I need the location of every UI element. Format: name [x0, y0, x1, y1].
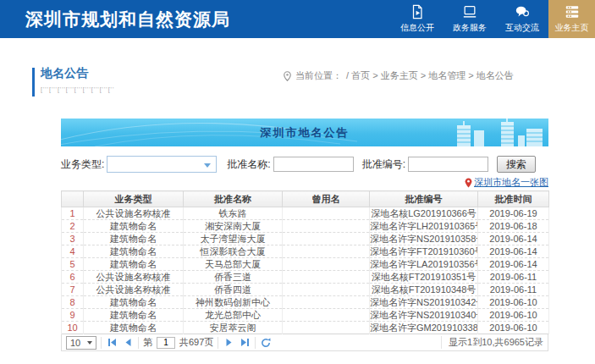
chevron-down-icon: [204, 163, 211, 168]
col-header-index: [62, 191, 84, 207]
row-index: 3: [62, 233, 84, 245]
col-header-name[interactable]: 批准名称: [184, 191, 283, 207]
approved-name-label: 批准名称:: [227, 157, 270, 172]
cell-date: 2019-06-11: [478, 271, 549, 284]
row-index: 8: [62, 296, 84, 309]
last-page-icon: [240, 338, 250, 347]
refresh-button[interactable]: [260, 336, 272, 350]
search-button[interactable]: 搜索: [497, 156, 536, 173]
cell-former: [283, 284, 370, 296]
site-title: 深圳市规划和自然资源局: [25, 8, 230, 31]
prev-page-button[interactable]: [122, 336, 134, 350]
row-index: 9: [62, 309, 84, 322]
page-prefix-label: 第: [143, 336, 152, 349]
cell-name: 侨香三道: [184, 271, 283, 284]
cell-date: 2019-06-18: [478, 220, 549, 233]
nav-label: 互动交流: [505, 22, 539, 34]
cell-code: 深地名许字LH201910365号: [370, 220, 478, 233]
cell-code: 深地名许字NS201910358号: [370, 233, 478, 245]
cell-former: [283, 220, 370, 233]
page-size-value: 10: [70, 338, 80, 348]
cell-type: 建筑物命名: [84, 322, 184, 334]
col-header-former[interactable]: 曾用名: [283, 191, 370, 207]
record-count-status: 显示1到10,共6965记录: [441, 336, 543, 349]
approval-number-label: 批准编号:: [362, 157, 405, 172]
cell-name: 龙光总部中心: [184, 309, 283, 322]
last-page-button[interactable]: [239, 336, 251, 350]
nav-item-business-home[interactable]: 业务主页: [548, 0, 595, 38]
table-row[interactable]: 7公共设施名称核准侨香四道深地名核FT201910348号2019-06-11: [62, 284, 549, 296]
cell-name: 神州数码创新中心: [184, 296, 283, 309]
col-header-code[interactable]: 批准编号: [370, 191, 478, 207]
nav-label: 信息公开: [400, 22, 434, 34]
table-body: 1公共设施名称核准铁东路深地名核LG201910366号2019-06-192建…: [62, 207, 549, 334]
business-type-select[interactable]: [107, 156, 217, 173]
header-nav: 信息公开 政务服务 互动交流: [391, 0, 548, 38]
prev-page-icon: [124, 338, 133, 347]
breadcrumb-prefix: 当前位置：: [295, 69, 342, 82]
map-pin-icon: [465, 178, 472, 188]
cell-former: [283, 309, 370, 322]
first-page-button[interactable]: [106, 336, 118, 350]
page-size-select[interactable]: 10: [66, 336, 96, 350]
placename-map-link[interactable]: 深圳市地名一张图: [465, 176, 548, 189]
cell-type: 建筑物命名: [84, 220, 184, 233]
section-head: 地名公告 ['''['''['''['''['''['''['''['''['': [32, 66, 114, 92]
col-header-date[interactable]: 批准时间: [478, 191, 549, 207]
table-row[interactable]: 3建筑物命名太子湾望海大厦深地名许字NS201910358号2019-06-14: [62, 233, 549, 245]
business-type-label: 业务类型:: [61, 157, 104, 172]
table-row[interactable]: 4建筑物命名恒深影联合大厦深地名许字FT201910360号2019-06-14: [62, 245, 549, 258]
chat-icon: [514, 4, 531, 19]
cell-code: 深地名核LG201910366号: [370, 207, 478, 220]
table-row[interactable]: 2建筑物命名湘安深南大厦深地名许字LH201910365号2019-06-18: [62, 220, 549, 233]
cell-name: 侨香四道: [184, 284, 283, 296]
chevron-down-icon: [87, 341, 92, 345]
table-row[interactable]: 9建筑物命名龙光总部中心深地名许字NS201910340号2019-06-10: [62, 309, 549, 322]
breadcrumb-path[interactable]: / 首页 > 业务主页 > 地名管理 > 地名公告: [346, 69, 514, 82]
cell-code: 深地名许字FT201910360号: [370, 245, 478, 258]
row-index: 10: [62, 322, 84, 334]
pager-divider: [218, 337, 218, 349]
cell-code: 深地名许字NS201910342号: [370, 296, 478, 309]
row-index: 7: [62, 284, 84, 296]
cell-date: 2019-06-11: [478, 284, 549, 296]
page-number-input[interactable]: [157, 337, 175, 349]
cell-type: 建筑物命名: [84, 245, 184, 258]
cell-code: 深地名许字GM201910338号: [370, 322, 478, 334]
row-index: 6: [62, 271, 84, 284]
header-bar: 深圳市规划和自然资源局 信息公开 政务服务: [0, 0, 595, 38]
monitor-icon: [461, 4, 478, 19]
cell-name: 天马总部大厦: [184, 258, 283, 271]
breadcrumb: 当前位置： / 首页 > 业务主页 > 地名管理 > 地名公告: [284, 69, 514, 82]
row-index: 5: [62, 258, 84, 271]
approval-number-input[interactable]: [408, 157, 488, 172]
cell-date: 2019-06-14: [478, 233, 549, 245]
cell-date: 2019-06-10: [478, 322, 549, 334]
table-row[interactable]: 10建筑物命名安居萃云阁深地名许字GM201910338号2019-06-10: [62, 322, 549, 334]
cell-date: 2019-06-10: [478, 309, 549, 322]
table-row[interactable]: 1公共设施名称核准铁东路深地名核LG201910366号2019-06-19: [62, 207, 549, 220]
table-header-row: 业务类型 批准名称 曾用名 批准编号 批准时间: [62, 191, 549, 207]
row-index: 1: [62, 207, 84, 220]
nav-item-gov-services[interactable]: 政务服务: [443, 0, 496, 38]
pager-divider: [255, 337, 256, 349]
total-pages-label: 共697页: [179, 336, 213, 349]
table-row[interactable]: 8建筑物命名神州数码创新中心深地名许字NS201910342号2019-06-1…: [62, 296, 549, 309]
page: 深圳市规划和自然资源局 信息公开 政务服务: [0, 0, 595, 364]
table-row[interactable]: 6公共设施名称核准侨香三道深地名核FT201910351号2019-06-11: [62, 271, 549, 284]
next-page-button[interactable]: [223, 336, 234, 350]
cell-name: 恒深影联合大厦: [184, 245, 283, 258]
map-link-row: 深圳市地名一张图: [61, 176, 548, 189]
cell-type: 建筑物命名: [84, 258, 184, 271]
cell-former: [283, 233, 370, 245]
pager-divider: [138, 337, 139, 349]
cell-type: 建筑物命名: [84, 233, 184, 245]
approved-name-input[interactable]: [273, 157, 354, 172]
cell-name: 湘安深南大厦: [184, 220, 283, 233]
nav-item-interaction[interactable]: 互动交流: [496, 0, 548, 38]
table-row[interactable]: 5建筑物命名天马总部大厦深地名许字LA201910356号2019-06-14: [62, 258, 549, 271]
section-accent-bar: [32, 68, 35, 97]
col-header-type[interactable]: 业务类型: [84, 191, 184, 207]
cell-date: 2019-06-14: [478, 245, 549, 258]
nav-item-info-disclosure[interactable]: 信息公开: [391, 0, 443, 38]
